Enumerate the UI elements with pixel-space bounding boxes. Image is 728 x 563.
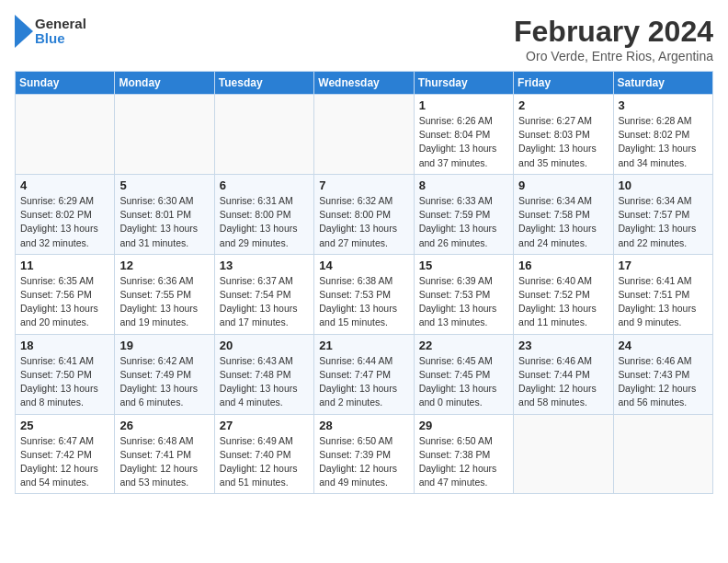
day-info: Sunrise: 6:44 AM Sunset: 7:47 PM Dayligh… (319, 354, 408, 410)
day-number: 8 (419, 178, 508, 192)
logo: General Blue (15, 15, 86, 48)
day-number: 14 (319, 259, 408, 272)
calendar-cell: 25Sunrise: 6:47 AM Sunset: 7:42 PM Dayli… (16, 414, 115, 494)
day-header-wednesday: Wednesday (314, 72, 414, 95)
logo-general: General (35, 17, 86, 32)
calendar-cell: 17Sunrise: 6:41 AM Sunset: 7:51 PM Dayli… (613, 254, 712, 334)
calendar-cell: 4Sunrise: 6:29 AM Sunset: 8:02 PM Daylig… (16, 174, 115, 254)
day-number: 9 (518, 178, 608, 192)
calendar-cell: 19Sunrise: 6:42 AM Sunset: 7:49 PM Dayli… (115, 334, 214, 414)
day-info: Sunrise: 6:36 AM Sunset: 7:55 PM Dayligh… (119, 274, 209, 330)
calendar-cell: 28Sunrise: 6:50 AM Sunset: 7:39 PM Dayli… (314, 414, 414, 494)
day-info: Sunrise: 6:50 AM Sunset: 7:39 PM Dayligh… (319, 434, 408, 490)
day-number: 29 (419, 419, 508, 432)
day-info: Sunrise: 6:30 AM Sunset: 8:01 PM Dayligh… (119, 194, 209, 250)
calendar-cell (514, 414, 613, 494)
page-header: General Blue February 2024 Oro Verde, En… (15, 15, 713, 63)
day-info: Sunrise: 6:48 AM Sunset: 7:41 PM Dayligh… (119, 434, 209, 490)
day-info: Sunrise: 6:34 AM Sunset: 7:57 PM Dayligh… (619, 194, 708, 250)
calendar-cell: 23Sunrise: 6:46 AM Sunset: 7:44 PM Dayli… (514, 334, 613, 414)
day-number: 11 (20, 259, 109, 272)
day-info: Sunrise: 6:29 AM Sunset: 8:02 PM Dayligh… (20, 194, 109, 250)
day-info: Sunrise: 6:47 AM Sunset: 7:42 PM Dayligh… (20, 434, 109, 490)
calendar-cell: 22Sunrise: 6:45 AM Sunset: 7:45 PM Dayli… (414, 334, 513, 414)
day-info: Sunrise: 6:41 AM Sunset: 7:50 PM Dayligh… (20, 354, 109, 410)
day-number: 13 (220, 259, 309, 272)
calendar-cell (115, 95, 214, 175)
day-number: 28 (319, 419, 408, 432)
calendar-week-row: 4Sunrise: 6:29 AM Sunset: 8:02 PM Daylig… (16, 174, 713, 254)
day-header-monday: Monday (115, 72, 214, 95)
calendar-week-row: 11Sunrise: 6:35 AM Sunset: 7:56 PM Dayli… (16, 254, 713, 334)
day-number: 6 (220, 178, 309, 192)
day-number: 26 (119, 419, 209, 432)
day-info: Sunrise: 6:41 AM Sunset: 7:51 PM Dayligh… (619, 274, 708, 330)
calendar-cell (16, 95, 115, 175)
day-info: Sunrise: 6:26 AM Sunset: 8:04 PM Dayligh… (419, 114, 508, 170)
calendar-cell: 5Sunrise: 6:30 AM Sunset: 8:01 PM Daylig… (115, 174, 214, 254)
day-header-tuesday: Tuesday (214, 72, 313, 95)
calendar-week-row: 18Sunrise: 6:41 AM Sunset: 7:50 PM Dayli… (16, 334, 713, 414)
day-info: Sunrise: 6:49 AM Sunset: 7:40 PM Dayligh… (220, 434, 309, 490)
day-info: Sunrise: 6:50 AM Sunset: 7:38 PM Dayligh… (419, 434, 508, 490)
calendar-cell: 7Sunrise: 6:32 AM Sunset: 8:00 PM Daylig… (314, 174, 414, 254)
day-info: Sunrise: 6:32 AM Sunset: 8:00 PM Dayligh… (319, 194, 408, 250)
day-number: 10 (619, 178, 708, 192)
title-block: February 2024 Oro Verde, Entre Rios, Arg… (514, 15, 713, 63)
logo-blue: Blue (35, 31, 86, 47)
day-number: 17 (619, 259, 708, 272)
day-header-saturday: Saturday (613, 72, 712, 95)
day-number: 1 (419, 98, 508, 112)
day-header-friday: Friday (514, 72, 613, 95)
svg-marker-0 (15, 15, 33, 48)
calendar-cell: 6Sunrise: 6:31 AM Sunset: 8:00 PM Daylig… (214, 174, 313, 254)
calendar-cell: 11Sunrise: 6:35 AM Sunset: 7:56 PM Dayli… (16, 254, 115, 334)
day-number: 22 (419, 339, 508, 352)
calendar-cell: 16Sunrise: 6:40 AM Sunset: 7:52 PM Dayli… (514, 254, 613, 334)
calendar-cell: 10Sunrise: 6:34 AM Sunset: 7:57 PM Dayli… (613, 174, 712, 254)
day-header-thursday: Thursday (414, 72, 513, 95)
day-number: 25 (20, 419, 109, 432)
day-number: 24 (619, 339, 708, 352)
day-number: 20 (220, 339, 309, 352)
calendar-cell: 15Sunrise: 6:39 AM Sunset: 7:53 PM Dayli… (414, 254, 513, 334)
day-number: 21 (319, 339, 408, 352)
calendar-cell: 18Sunrise: 6:41 AM Sunset: 7:50 PM Dayli… (16, 334, 115, 414)
day-number: 4 (20, 178, 109, 192)
day-number: 18 (20, 339, 109, 352)
day-number: 27 (220, 419, 309, 432)
calendar-cell: 13Sunrise: 6:37 AM Sunset: 7:54 PM Dayli… (214, 254, 313, 334)
calendar-header-row: SundayMondayTuesdayWednesdayThursdayFrid… (16, 72, 713, 95)
day-number: 15 (419, 259, 508, 272)
calendar-cell: 20Sunrise: 6:43 AM Sunset: 7:48 PM Dayli… (214, 334, 313, 414)
calendar-cell: 21Sunrise: 6:44 AM Sunset: 7:47 PM Dayli… (314, 334, 414, 414)
day-number: 12 (119, 259, 209, 272)
calendar-cell: 12Sunrise: 6:36 AM Sunset: 7:55 PM Dayli… (115, 254, 214, 334)
calendar-table: SundayMondayTuesdayWednesdayThursdayFrid… (15, 71, 713, 494)
calendar-cell: 1Sunrise: 6:26 AM Sunset: 8:04 PM Daylig… (414, 95, 513, 175)
day-info: Sunrise: 6:43 AM Sunset: 7:48 PM Dayligh… (220, 354, 309, 410)
location-subtitle: Oro Verde, Entre Rios, Argentina (514, 49, 713, 63)
calendar-week-row: 25Sunrise: 6:47 AM Sunset: 7:42 PM Dayli… (16, 414, 713, 494)
logo-container: General Blue (15, 15, 86, 48)
calendar-cell (214, 95, 313, 175)
calendar-cell: 26Sunrise: 6:48 AM Sunset: 7:41 PM Dayli… (115, 414, 214, 494)
calendar-cell: 14Sunrise: 6:38 AM Sunset: 7:53 PM Dayli… (314, 254, 414, 334)
day-info: Sunrise: 6:46 AM Sunset: 7:44 PM Dayligh… (518, 354, 608, 410)
day-number: 2 (518, 98, 608, 112)
day-info: Sunrise: 6:46 AM Sunset: 7:43 PM Dayligh… (619, 354, 708, 410)
day-info: Sunrise: 6:28 AM Sunset: 8:02 PM Dayligh… (619, 114, 708, 170)
day-info: Sunrise: 6:39 AM Sunset: 7:53 PM Dayligh… (419, 274, 508, 330)
day-number: 7 (319, 178, 408, 192)
day-info: Sunrise: 6:31 AM Sunset: 8:00 PM Dayligh… (220, 194, 309, 250)
day-number: 23 (518, 339, 608, 352)
day-info: Sunrise: 6:37 AM Sunset: 7:54 PM Dayligh… (220, 274, 309, 330)
day-number: 19 (119, 339, 209, 352)
day-header-sunday: Sunday (16, 72, 115, 95)
day-number: 16 (518, 259, 608, 272)
calendar-cell: 9Sunrise: 6:34 AM Sunset: 7:58 PM Daylig… (514, 174, 613, 254)
calendar-cell: 2Sunrise: 6:27 AM Sunset: 8:03 PM Daylig… (514, 95, 613, 175)
calendar-cell: 27Sunrise: 6:49 AM Sunset: 7:40 PM Dayli… (214, 414, 313, 494)
day-info: Sunrise: 6:27 AM Sunset: 8:03 PM Dayligh… (518, 114, 608, 170)
day-number: 3 (619, 98, 708, 112)
